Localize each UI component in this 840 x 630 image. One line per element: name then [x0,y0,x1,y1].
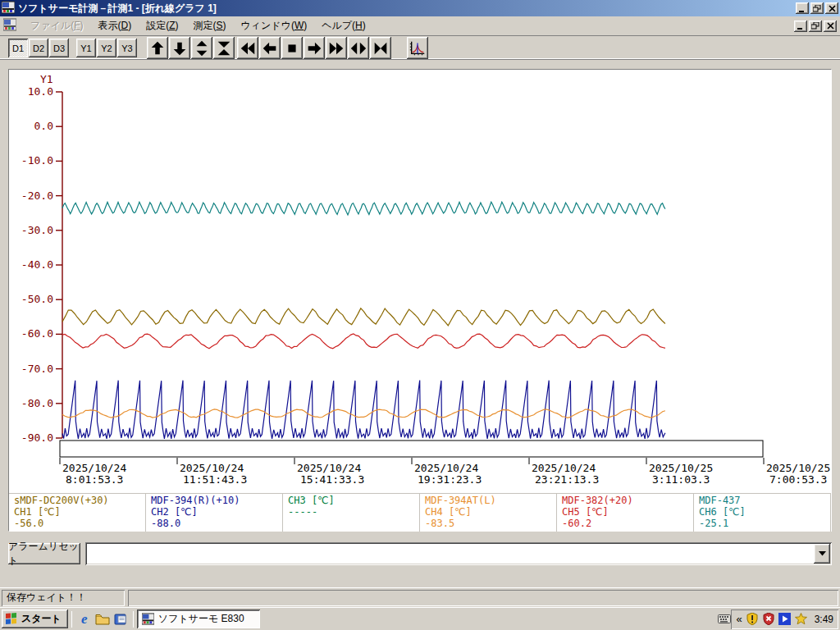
y-tick-label: 10.0 [28,85,53,98]
menu-item-h[interactable]: ヘルプ(H) [314,16,373,35]
outlook-icon[interactable] [112,610,130,628]
fast-forward-button[interactable] [326,37,347,59]
legend-sensor-name: MDF-382(+20) [562,495,688,506]
x-tick-time: 15:41:33.3 [300,473,364,486]
alarm-reset-button[interactable]: アラームリセット [8,543,80,564]
d1-button[interactable]: D1 [8,39,28,57]
y-tick-label: -20.0 [21,189,53,202]
status-text: 保存ウェイト！！ [7,591,86,605]
fast-rewind-icon [239,39,257,57]
x-tick-date: 2025/10/24 [414,462,478,474]
combobox-value[interactable] [87,544,814,564]
x-tick-date: 2025/10/24 [297,462,361,474]
compress-vertical-button[interactable] [213,37,235,59]
document-icon [3,18,16,34]
step-right-button[interactable] [304,37,325,59]
d3-button[interactable]: D3 [49,39,69,57]
series-ch4 [62,409,665,418]
title-bar: ソフトサーモ計測－計測1 - [折れ線グラフ 1] [0,0,840,16]
menu-item-d[interactable]: 表示(D) [90,16,139,35]
legend-cell-ch5: MDF-382(+20)CH5 [℃]-60.2 [557,494,694,532]
status-panel-secondary [128,590,838,606]
shield-warning-icon[interactable] [746,613,759,626]
y-tick-label: -80.0 [21,397,53,409]
y3-button[interactable]: Y3 [117,39,137,57]
legend-value: -83.5 [425,518,551,529]
taskbar-separator [133,611,134,628]
taskbar-separator [71,611,72,628]
legend-cell-ch1: sMDF-DC200V(+30)CH1 [℃]-56.0 [9,494,146,532]
menu-item-z[interactable]: 設定(Z) [139,16,185,35]
close-button[interactable] [825,2,838,14]
minimize-button[interactable] [796,2,809,14]
x-tick-time: 23:21:13.3 [535,473,599,486]
menu-item-w[interactable]: ウィンドウ(W) [234,16,315,35]
keyboard-icon[interactable] [718,613,731,626]
legend-value: -56.0 [14,518,140,529]
x-tick-date: 2025/10/24 [532,462,596,474]
y-tick-label: -60.0 [21,327,53,340]
series-ch5 [62,334,665,349]
expand-horizontal-button[interactable] [348,37,369,59]
star-icon[interactable] [795,613,808,626]
line-chart: Y110.00.0-10.0-20.0-30.0-40.0-50.0-60.0-… [9,70,831,493]
start-button[interactable]: スタート [2,609,68,628]
mdi-minimize-button[interactable] [794,21,807,32]
scroll-up-button[interactable] [147,37,168,59]
series-ch2 [62,381,665,439]
y1-button[interactable]: Y1 [76,39,96,57]
scroll-up-icon [148,39,167,57]
legend-value: -88.0 [151,518,277,529]
shield-error-icon[interactable] [762,613,775,626]
client-area: Y110.00.0-10.0-20.0-30.0-40.0-50.0-60.0-… [0,61,840,587]
graph-settings-button[interactable] [407,37,428,59]
internet-explorer-icon[interactable]: e [75,610,94,628]
expand-vertical-button[interactable] [191,37,212,59]
legend-channel: CH5 [℃] [562,506,688,518]
x-tick-time: 7:00:53.3 [769,473,827,486]
x-tick-time: 3:11:03.3 [652,473,710,486]
stop-button[interactable] [281,37,303,59]
task-button-softthermo[interactable]: ソフトサーモ E830 [137,609,260,628]
y2-button[interactable]: Y2 [97,39,116,57]
legend-channel: CH2 [℃] [151,506,277,518]
scroll-down-button[interactable] [169,37,190,59]
folder-icon[interactable] [94,610,112,628]
y-tick-label: -90.0 [21,431,53,444]
legend-cell-ch4: MDF-394AT(L)CH4 [℃]-83.5 [420,494,557,532]
menu-item-s[interactable]: 測定(S) [185,16,233,35]
x-tick-time: 8:01:53.3 [66,473,123,486]
task-label: ソフトサーモ E830 [158,612,244,626]
legend-cell-ch3: CH3 [℃]----- [283,494,420,532]
step-right-icon [305,39,323,57]
y-tick-label: -30.0 [21,224,53,236]
restore-button[interactable] [810,2,824,14]
scroll-down-icon [171,39,189,57]
menu-bar: ファイル(F)表示(D)設定(Z)測定(S)ウィンドウ(W)ヘルプ(H) [0,16,840,36]
line-graph-panel: Y110.00.0-10.0-20.0-30.0-40.0-50.0-60.0-… [8,69,832,532]
combobox-dropdown-button[interactable] [814,544,830,564]
mdi-close-button[interactable] [824,21,837,32]
legend-channel: CH6 [℃] [699,506,825,518]
app-icon [2,1,15,16]
x-tick-time: 11:51:43.3 [183,473,247,486]
media-play-icon[interactable] [778,613,792,626]
compress-horizontal-icon [372,39,390,57]
alarm-message-combobox[interactable] [85,542,832,565]
legend-sensor-name: sMDF-DC200V(+30) [14,495,140,506]
fast-rewind-button[interactable] [237,37,258,59]
graph-settings-icon [409,39,427,57]
chevron-left-icon[interactable]: « [736,613,742,625]
legend-sensor-name: MDF-394AT(L) [425,495,551,506]
mdi-restore-button[interactable] [809,21,822,32]
system-tray: « [718,609,838,629]
step-left-button[interactable] [259,37,281,59]
clock[interactable]: 3:49 [815,614,833,625]
time-range-box[interactable] [60,441,763,457]
d2-button[interactable]: D2 [29,39,48,57]
menu-item-f: ファイル(F) [23,16,90,35]
stop-icon [283,39,301,57]
status-bar: 保存ウェイト！！ [0,587,840,607]
compress-horizontal-button[interactable] [370,37,391,59]
status-message: 保存ウェイト！！ [2,590,125,606]
